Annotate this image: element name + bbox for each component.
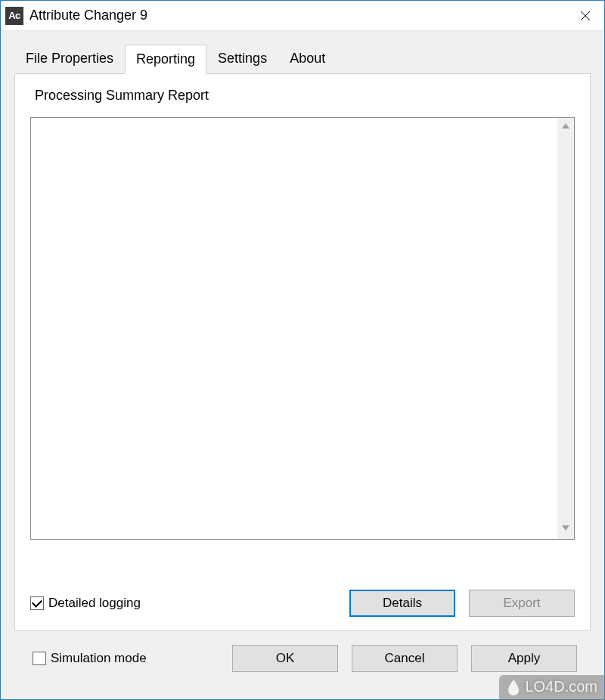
details-button[interactable]: Details	[349, 590, 455, 617]
tab-panel-reporting: Processing Summary Report Detailed loggi…	[14, 73, 591, 631]
ok-button[interactable]: OK	[232, 645, 338, 672]
apply-button[interactable]: Apply	[471, 645, 577, 672]
simulation-mode-row: Simulation mode	[33, 651, 147, 666]
panel-footer: Detailed logging Details Export	[30, 585, 575, 617]
tab-reporting[interactable]: Reporting	[125, 45, 206, 74]
simulation-mode-label: Simulation mode	[51, 651, 147, 666]
tab-file-properties[interactable]: File Properties	[14, 44, 125, 73]
detailed-logging-checkbox[interactable]	[30, 596, 44, 610]
simulation-mode-checkbox[interactable]	[33, 652, 46, 665]
detailed-logging-label: Detailed logging	[48, 596, 141, 611]
close-button[interactable]	[566, 1, 604, 31]
export-button: Export	[469, 590, 575, 617]
panel-button-row: Details Export	[349, 590, 575, 617]
vertical-scrollbar[interactable]	[557, 118, 574, 539]
close-icon	[580, 11, 591, 21]
titlebar: Ac Attribute Changer 9	[1, 1, 604, 31]
scroll-up-arrow-icon[interactable]	[560, 121, 571, 135]
dialog-button-bar: Simulation mode OK Cancel Apply	[14, 631, 591, 686]
cancel-button[interactable]: Cancel	[352, 645, 458, 672]
bottom-buttons: OK Cancel Apply	[232, 645, 577, 672]
tab-settings[interactable]: Settings	[206, 44, 278, 73]
report-content	[31, 118, 557, 539]
tab-bar: File Properties Reporting Settings About	[14, 45, 591, 73]
panel-heading: Processing Summary Report	[35, 88, 575, 104]
client-area: File Properties Reporting Settings About…	[1, 31, 604, 699]
app-icon: Ac	[5, 7, 23, 25]
tab-about[interactable]: About	[278, 44, 337, 73]
svg-marker-2	[562, 123, 569, 129]
scroll-down-arrow-icon[interactable]	[560, 522, 571, 536]
application-window: Ac Attribute Changer 9 File Properties R…	[0, 0, 605, 700]
detailed-logging-row: Detailed logging	[30, 596, 141, 611]
report-listbox[interactable]	[30, 117, 575, 540]
svg-marker-3	[562, 525, 569, 531]
window-title: Attribute Changer 9	[29, 8, 566, 23]
